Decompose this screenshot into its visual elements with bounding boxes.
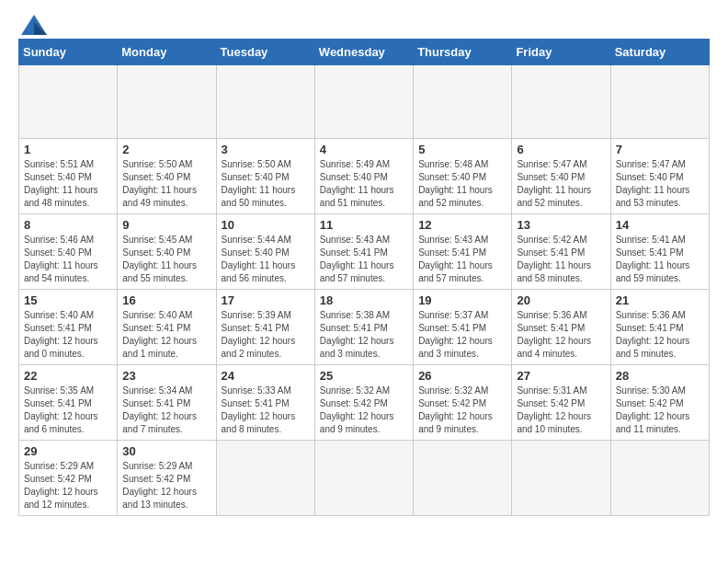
day-info: Sunrise: 5:36 AM Sunset: 5:41 PM Dayligh…	[517, 309, 605, 361]
empty-cell	[314, 65, 413, 139]
day-number: 23	[122, 369, 210, 383]
day-info: Sunrise: 5:43 AM Sunset: 5:41 PM Dayligh…	[320, 234, 408, 285]
day-number: 20	[517, 293, 605, 307]
day-info: Sunrise: 5:29 AM Sunset: 5:42 PM Dayligh…	[122, 460, 210, 511]
day-number: 28	[616, 369, 704, 383]
day-info: Sunrise: 5:41 AM Sunset: 5:41 PM Dayligh…	[616, 234, 704, 285]
day-number: 26	[418, 369, 506, 383]
calendar-day-cell: 12Sunrise: 5:43 AM Sunset: 5:41 PM Dayli…	[414, 214, 512, 290]
day-info: Sunrise: 5:29 AM Sunset: 5:42 PM Dayligh…	[24, 460, 112, 511]
calendar-day-cell: 9Sunrise: 5:45 AM Sunset: 5:40 PM Daylig…	[118, 214, 216, 290]
empty-cell	[512, 441, 610, 516]
day-number: 2	[122, 143, 210, 156]
day-number: 17	[222, 293, 310, 307]
day-number: 6	[517, 143, 605, 156]
day-number: 4	[320, 143, 408, 156]
day-info: Sunrise: 5:47 AM Sunset: 5:40 PM Dayligh…	[616, 158, 704, 210]
calendar-day-cell: 22Sunrise: 5:35 AM Sunset: 5:41 PM Dayli…	[19, 365, 118, 441]
calendar-day-cell: 25Sunrise: 5:32 AM Sunset: 5:42 PM Dayli…	[314, 365, 413, 441]
day-info: Sunrise: 5:33 AM Sunset: 5:41 PM Dayligh…	[222, 385, 310, 436]
day-number: 25	[320, 369, 408, 383]
day-of-week-header: Saturday	[610, 40, 709, 65]
day-info: Sunrise: 5:43 AM Sunset: 5:41 PM Dayligh…	[418, 234, 506, 285]
day-info: Sunrise: 5:40 AM Sunset: 5:41 PM Dayligh…	[122, 309, 210, 361]
empty-cell	[216, 65, 314, 139]
day-info: Sunrise: 5:42 AM Sunset: 5:41 PM Dayligh…	[517, 234, 605, 285]
calendar-week-row: 1Sunrise: 5:51 AM Sunset: 5:40 PM Daylig…	[19, 139, 710, 214]
day-info: Sunrise: 5:50 AM Sunset: 5:40 PM Dayligh…	[122, 158, 210, 210]
day-number: 22	[24, 369, 112, 383]
calendar-week-row: 15Sunrise: 5:40 AM Sunset: 5:41 PM Dayli…	[19, 290, 710, 365]
calendar-day-cell: 30Sunrise: 5:29 AM Sunset: 5:42 PM Dayli…	[118, 441, 216, 516]
empty-cell	[118, 65, 216, 139]
day-info: Sunrise: 5:32 AM Sunset: 5:42 PM Dayligh…	[418, 385, 506, 436]
calendar-day-cell: 7Sunrise: 5:47 AM Sunset: 5:40 PM Daylig…	[610, 139, 709, 214]
day-number: 16	[122, 293, 210, 307]
day-number: 14	[616, 218, 704, 232]
calendar-week-row: 22Sunrise: 5:35 AM Sunset: 5:41 PM Dayli…	[19, 365, 710, 441]
day-info: Sunrise: 5:51 AM Sunset: 5:40 PM Dayligh…	[24, 158, 112, 210]
calendar-day-cell: 23Sunrise: 5:34 AM Sunset: 5:41 PM Dayli…	[118, 365, 216, 441]
day-info: Sunrise: 5:44 AM Sunset: 5:40 PM Dayligh…	[222, 234, 310, 285]
day-info: Sunrise: 5:36 AM Sunset: 5:41 PM Dayligh…	[616, 309, 704, 361]
calendar-day-cell: 13Sunrise: 5:42 AM Sunset: 5:41 PM Dayli…	[512, 214, 610, 290]
day-of-week-header: Sunday	[19, 40, 118, 65]
day-number: 27	[517, 369, 605, 383]
day-info: Sunrise: 5:32 AM Sunset: 5:42 PM Dayligh…	[320, 385, 408, 436]
calendar-day-cell: 17Sunrise: 5:39 AM Sunset: 5:41 PM Dayli…	[216, 290, 314, 365]
calendar-week-row: 29Sunrise: 5:29 AM Sunset: 5:42 PM Dayli…	[19, 441, 710, 516]
calendar-day-cell: 20Sunrise: 5:36 AM Sunset: 5:41 PM Dayli…	[512, 290, 610, 365]
calendar-day-cell: 15Sunrise: 5:40 AM Sunset: 5:41 PM Dayli…	[19, 290, 118, 365]
day-info: Sunrise: 5:50 AM Sunset: 5:40 PM Dayligh…	[222, 158, 310, 210]
day-info: Sunrise: 5:39 AM Sunset: 5:41 PM Dayligh…	[222, 309, 310, 361]
day-of-week-header: Tuesday	[216, 40, 314, 65]
calendar-day-cell: 3Sunrise: 5:50 AM Sunset: 5:40 PM Daylig…	[216, 139, 314, 214]
empty-cell	[610, 65, 709, 139]
calendar-day-cell: 27Sunrise: 5:31 AM Sunset: 5:42 PM Dayli…	[512, 365, 610, 441]
empty-cell	[610, 441, 709, 516]
day-of-week-header: Friday	[512, 40, 610, 65]
day-number: 10	[222, 218, 310, 232]
calendar-day-cell: 4Sunrise: 5:49 AM Sunset: 5:40 PM Daylig…	[314, 139, 413, 214]
day-info: Sunrise: 5:48 AM Sunset: 5:40 PM Dayligh…	[418, 158, 506, 210]
calendar-week-row	[19, 65, 710, 139]
day-info: Sunrise: 5:30 AM Sunset: 5:42 PM Dayligh…	[616, 385, 704, 436]
day-number: 8	[24, 218, 112, 232]
day-info: Sunrise: 5:45 AM Sunset: 5:40 PM Dayligh…	[122, 234, 210, 285]
calendar-day-cell: 18Sunrise: 5:38 AM Sunset: 5:41 PM Dayli…	[314, 290, 413, 365]
empty-cell	[216, 441, 314, 516]
empty-cell	[19, 65, 118, 139]
day-number: 24	[222, 369, 310, 383]
day-info: Sunrise: 5:47 AM Sunset: 5:40 PM Dayligh…	[517, 158, 605, 210]
day-info: Sunrise: 5:35 AM Sunset: 5:41 PM Dayligh…	[24, 385, 112, 436]
day-number: 15	[24, 293, 112, 307]
day-number: 3	[222, 143, 310, 156]
day-info: Sunrise: 5:34 AM Sunset: 5:41 PM Dayligh…	[122, 385, 210, 436]
day-number: 19	[418, 293, 506, 307]
calendar-day-cell: 26Sunrise: 5:32 AM Sunset: 5:42 PM Dayli…	[414, 365, 512, 441]
day-info: Sunrise: 5:31 AM Sunset: 5:42 PM Dayligh…	[517, 385, 605, 436]
empty-cell	[414, 65, 512, 139]
calendar-day-cell: 16Sunrise: 5:40 AM Sunset: 5:41 PM Dayli…	[118, 290, 216, 365]
day-info: Sunrise: 5:37 AM Sunset: 5:41 PM Dayligh…	[418, 309, 506, 361]
calendar-day-cell: 1Sunrise: 5:51 AM Sunset: 5:40 PM Daylig…	[19, 139, 118, 214]
day-of-week-header: Wednesday	[314, 40, 413, 65]
calendar-table: SundayMondayTuesdayWednesdayThursdayFrid…	[18, 39, 710, 516]
calendar-week-row: 8Sunrise: 5:46 AM Sunset: 5:40 PM Daylig…	[19, 214, 710, 290]
calendar-header-row: SundayMondayTuesdayWednesdayThursdayFrid…	[19, 40, 710, 65]
calendar-day-cell: 19Sunrise: 5:37 AM Sunset: 5:41 PM Dayli…	[414, 290, 512, 365]
day-info: Sunrise: 5:38 AM Sunset: 5:41 PM Dayligh…	[320, 309, 408, 361]
day-number: 29	[24, 444, 112, 458]
day-number: 18	[320, 293, 408, 307]
calendar-day-cell: 28Sunrise: 5:30 AM Sunset: 5:42 PM Dayli…	[610, 365, 709, 441]
day-number: 13	[517, 218, 605, 232]
calendar-day-cell: 24Sunrise: 5:33 AM Sunset: 5:41 PM Dayli…	[216, 365, 314, 441]
day-number: 7	[616, 143, 704, 156]
day-number: 5	[418, 143, 506, 156]
calendar-day-cell: 14Sunrise: 5:41 AM Sunset: 5:41 PM Dayli…	[610, 214, 709, 290]
day-number: 30	[122, 444, 210, 458]
calendar-day-cell: 21Sunrise: 5:36 AM Sunset: 5:41 PM Dayli…	[610, 290, 709, 365]
calendar-day-cell: 5Sunrise: 5:48 AM Sunset: 5:40 PM Daylig…	[414, 139, 512, 214]
page-header	[18, 18, 710, 29]
logo	[18, 18, 47, 29]
